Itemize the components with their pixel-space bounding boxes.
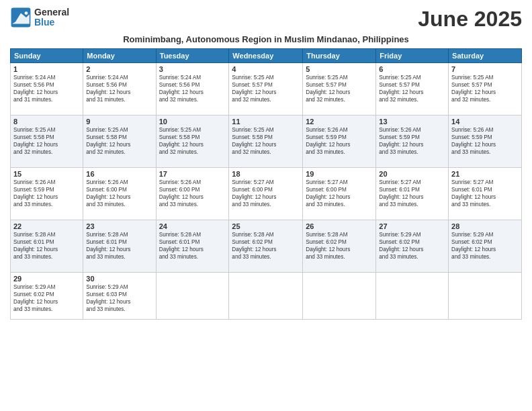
logo-icon <box>10 7 32 28</box>
table-row: 5Sunrise: 5:25 AM Sunset: 5:57 PM Daylig… <box>303 63 376 116</box>
day-number: 2 <box>86 65 152 73</box>
table-row: 18Sunrise: 5:27 AM Sunset: 6:00 PM Dayli… <box>229 168 303 220</box>
calendar-week-row: 22Sunrise: 5:28 AM Sunset: 6:01 PM Dayli… <box>11 220 522 273</box>
day-number: 20 <box>379 170 445 178</box>
calendar-header-row: Sunday Monday Tuesday Wednesday Thursday… <box>11 49 522 63</box>
day-number: 22 <box>13 222 80 230</box>
table-row: 16Sunrise: 5:26 AM Sunset: 6:00 PM Dayli… <box>83 168 156 220</box>
table-row: 22Sunrise: 5:28 AM Sunset: 6:01 PM Dayli… <box>11 220 83 273</box>
table-row: 27Sunrise: 5:29 AM Sunset: 6:02 PM Dayli… <box>376 220 449 273</box>
day-number: 21 <box>451 170 519 178</box>
table-row: 10Sunrise: 5:25 AM Sunset: 5:58 PM Dayli… <box>156 116 229 168</box>
day-number: 7 <box>451 65 519 73</box>
day-info: Sunrise: 5:27 AM Sunset: 6:00 PM Dayligh… <box>306 179 373 208</box>
day-info: Sunrise: 5:24 AM Sunset: 5:56 PM Dayligh… <box>86 74 152 103</box>
table-row: 24Sunrise: 5:28 AM Sunset: 6:01 PM Dayli… <box>156 220 229 273</box>
logo: General Blue <box>10 7 69 28</box>
day-info: Sunrise: 5:25 AM Sunset: 5:58 PM Dayligh… <box>86 126 152 156</box>
day-info: Sunrise: 5:29 AM Sunset: 6:02 PM Dayligh… <box>379 231 445 261</box>
day-number: 16 <box>86 170 152 178</box>
day-number: 8 <box>13 118 80 126</box>
table-row: 30Sunrise: 5:29 AM Sunset: 6:03 PM Dayli… <box>83 273 156 320</box>
table-row: 8Sunrise: 5:25 AM Sunset: 5:58 PM Daylig… <box>11 116 83 168</box>
day-number: 27 <box>379 222 445 230</box>
subtitle: Rominimbang, Autonomous Region in Muslim… <box>10 34 522 44</box>
header-wednesday: Wednesday <box>229 49 303 63</box>
day-info: Sunrise: 5:29 AM Sunset: 6:02 PM Dayligh… <box>13 283 80 313</box>
day-info: Sunrise: 5:24 AM Sunset: 5:56 PM Dayligh… <box>159 74 226 103</box>
header-monday: Monday <box>83 49 156 63</box>
day-number: 15 <box>13 170 80 178</box>
day-number: 24 <box>159 222 226 230</box>
day-number: 11 <box>232 118 300 126</box>
day-number: 10 <box>159 118 226 126</box>
day-number: 9 <box>86 118 152 126</box>
table-row: 23Sunrise: 5:28 AM Sunset: 6:01 PM Dayli… <box>83 220 156 273</box>
day-info: Sunrise: 5:26 AM Sunset: 5:59 PM Dayligh… <box>379 126 445 156</box>
day-info: Sunrise: 5:26 AM Sunset: 6:00 PM Dayligh… <box>159 179 226 208</box>
logo-blue: Blue <box>34 17 69 28</box>
table-row <box>156 273 229 320</box>
header-saturday: Saturday <box>449 49 522 63</box>
calendar-week-row: 1Sunrise: 5:24 AM Sunset: 5:56 PM Daylig… <box>11 63 522 116</box>
day-number: 12 <box>306 118 373 126</box>
table-row: 15Sunrise: 5:26 AM Sunset: 5:59 PM Dayli… <box>11 168 83 220</box>
day-number: 28 <box>451 222 519 230</box>
day-info: Sunrise: 5:29 AM Sunset: 6:03 PM Dayligh… <box>86 283 152 313</box>
day-number: 23 <box>86 222 152 230</box>
table-row <box>449 273 522 320</box>
day-info: Sunrise: 5:28 AM Sunset: 6:02 PM Dayligh… <box>232 231 300 261</box>
table-row: 7Sunrise: 5:25 AM Sunset: 5:57 PM Daylig… <box>449 63 522 116</box>
day-info: Sunrise: 5:25 AM Sunset: 5:57 PM Dayligh… <box>451 74 519 103</box>
calendar-table: Sunday Monday Tuesday Wednesday Thursday… <box>10 48 522 320</box>
day-number: 1 <box>13 65 80 73</box>
table-row: 11Sunrise: 5:25 AM Sunset: 5:58 PM Dayli… <box>229 116 303 168</box>
day-info: Sunrise: 5:26 AM Sunset: 5:59 PM Dayligh… <box>13 179 80 208</box>
day-info: Sunrise: 5:26 AM Sunset: 6:00 PM Dayligh… <box>86 179 152 208</box>
month-title: June 2025 <box>418 7 522 32</box>
day-number: 6 <box>379 65 445 73</box>
day-info: Sunrise: 5:25 AM Sunset: 5:57 PM Dayligh… <box>379 74 445 103</box>
calendar-week-row: 8Sunrise: 5:25 AM Sunset: 5:58 PM Daylig… <box>11 116 522 168</box>
table-row: 12Sunrise: 5:26 AM Sunset: 5:59 PM Dayli… <box>303 116 376 168</box>
table-row: 19Sunrise: 5:27 AM Sunset: 6:00 PM Dayli… <box>303 168 376 220</box>
table-row: 26Sunrise: 5:28 AM Sunset: 6:02 PM Dayli… <box>303 220 376 273</box>
day-number: 19 <box>306 170 373 178</box>
table-row <box>376 273 449 320</box>
day-info: Sunrise: 5:29 AM Sunset: 6:02 PM Dayligh… <box>451 231 519 261</box>
day-number: 18 <box>232 170 300 178</box>
day-info: Sunrise: 5:24 AM Sunset: 5:56 PM Dayligh… <box>13 74 80 103</box>
day-info: Sunrise: 5:25 AM Sunset: 5:58 PM Dayligh… <box>232 126 300 156</box>
table-row: 29Sunrise: 5:29 AM Sunset: 6:02 PM Dayli… <box>11 273 83 320</box>
day-info: Sunrise: 5:27 AM Sunset: 6:01 PM Dayligh… <box>451 179 519 208</box>
day-info: Sunrise: 5:28 AM Sunset: 6:01 PM Dayligh… <box>159 231 226 261</box>
day-info: Sunrise: 5:28 AM Sunset: 6:01 PM Dayligh… <box>86 231 152 261</box>
header-thursday: Thursday <box>303 49 376 63</box>
day-number: 13 <box>379 118 445 126</box>
table-row: 21Sunrise: 5:27 AM Sunset: 6:01 PM Dayli… <box>449 168 522 220</box>
day-number: 5 <box>306 65 373 73</box>
day-info: Sunrise: 5:25 AM Sunset: 5:57 PM Dayligh… <box>232 74 300 103</box>
day-number: 4 <box>232 65 300 73</box>
day-info: Sunrise: 5:25 AM Sunset: 5:58 PM Dayligh… <box>159 126 226 156</box>
day-info: Sunrise: 5:27 AM Sunset: 6:01 PM Dayligh… <box>379 179 445 208</box>
day-number: 25 <box>232 222 300 230</box>
header-tuesday: Tuesday <box>156 49 229 63</box>
day-info: Sunrise: 5:26 AM Sunset: 5:59 PM Dayligh… <box>306 126 373 156</box>
day-info: Sunrise: 5:26 AM Sunset: 5:59 PM Dayligh… <box>451 126 519 156</box>
day-number: 14 <box>451 118 519 126</box>
day-info: Sunrise: 5:25 AM Sunset: 5:58 PM Dayligh… <box>13 126 80 156</box>
table-row: 17Sunrise: 5:26 AM Sunset: 6:00 PM Dayli… <box>156 168 229 220</box>
table-row: 25Sunrise: 5:28 AM Sunset: 6:02 PM Dayli… <box>229 220 303 273</box>
calendar-week-row: 15Sunrise: 5:26 AM Sunset: 5:59 PM Dayli… <box>11 168 522 220</box>
table-row <box>303 273 376 320</box>
day-number: 29 <box>13 275 80 283</box>
day-number: 17 <box>159 170 226 178</box>
table-row: 2Sunrise: 5:24 AM Sunset: 5:56 PM Daylig… <box>83 63 156 116</box>
day-info: Sunrise: 5:28 AM Sunset: 6:01 PM Dayligh… <box>13 231 80 261</box>
header-friday: Friday <box>376 49 449 63</box>
header-sunday: Sunday <box>11 49 83 63</box>
logo-general: General <box>34 7 69 17</box>
table-row: 3Sunrise: 5:24 AM Sunset: 5:56 PM Daylig… <box>156 63 229 116</box>
calendar-week-row: 29Sunrise: 5:29 AM Sunset: 6:02 PM Dayli… <box>11 273 522 320</box>
